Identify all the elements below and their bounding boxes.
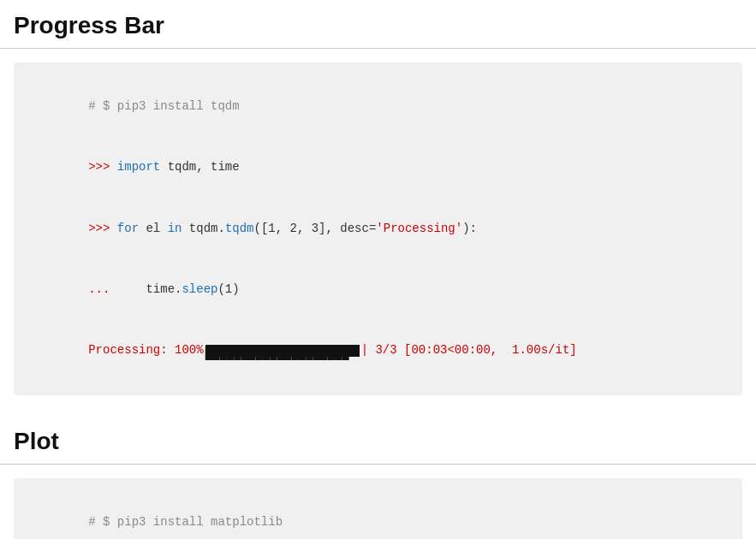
pb3-el: el <box>139 222 168 235</box>
code-line-pb3: >>> for el in tqdm.tqdm([1, 2, 3], desc=… <box>31 198 725 259</box>
code-line-pb1: # $ pip3 install tqdm <box>31 76 725 137</box>
pb3-tqdm2: tqdm <box>225 222 254 235</box>
section-progress-bar: Progress Bar # $ pip3 install tqdm >>> i… <box>0 0 756 395</box>
code-block-progress-bar: # $ pip3 install tqdm >>> import tqdm, t… <box>14 62 742 395</box>
pb4-arg: (1) <box>217 282 239 296</box>
pl1-text: # $ pip3 install matplotlib <box>88 515 283 529</box>
pb4-time: time. <box>146 282 182 296</box>
pb2-import: import <box>117 160 160 174</box>
divider-plot <box>0 464 756 465</box>
code-line-pb5: Processing: 100%████████████████████| 3/… <box>31 321 725 382</box>
code-line-pb2: >>> import tqdm, time <box>31 137 725 198</box>
pb4-sleep: sleep <box>182 282 217 296</box>
code-line-pl1: # $ pip3 install matplotlib <box>31 492 725 539</box>
section-title-plot: Plot <box>0 416 756 464</box>
pb2-prefix: >>> <box>88 160 117 174</box>
pb3-for: for <box>117 222 139 235</box>
pb3-in: in <box>168 222 182 235</box>
section-title-progress-bar: Progress Bar <box>0 0 756 48</box>
pb5-prefix: Processing: 100% <box>88 343 203 357</box>
pb5-suffix: | 3/3 [00:03<00:00, 1.00s/it] <box>361 343 577 357</box>
code-block-plot: # $ pip3 install matplotlib import matpl… <box>14 478 742 539</box>
pb3-tqdm: tqdm. <box>182 222 224 235</box>
pb3-prefix: >>> <box>88 222 117 235</box>
pb4-prefix: ... <box>88 282 146 296</box>
page-wrapper: Progress Bar # $ pip3 install tqdm >>> i… <box>0 0 756 539</box>
pb5-bar: ████████████████████ <box>205 345 360 357</box>
pb3-end: ): <box>462 222 477 235</box>
pb1-text: # $ pip3 install tqdm <box>88 99 239 113</box>
pb3-args: ([1, 2, 3], desc= <box>254 222 377 235</box>
code-line-pb4: ... time.sleep(1) <box>31 259 725 320</box>
pb2-rest: tqdm, time <box>160 160 239 174</box>
section-plot: Plot # $ pip3 install matplotlib import … <box>0 416 756 539</box>
pb3-str: 'Processing' <box>376 222 462 235</box>
divider-progress-bar <box>0 48 756 49</box>
